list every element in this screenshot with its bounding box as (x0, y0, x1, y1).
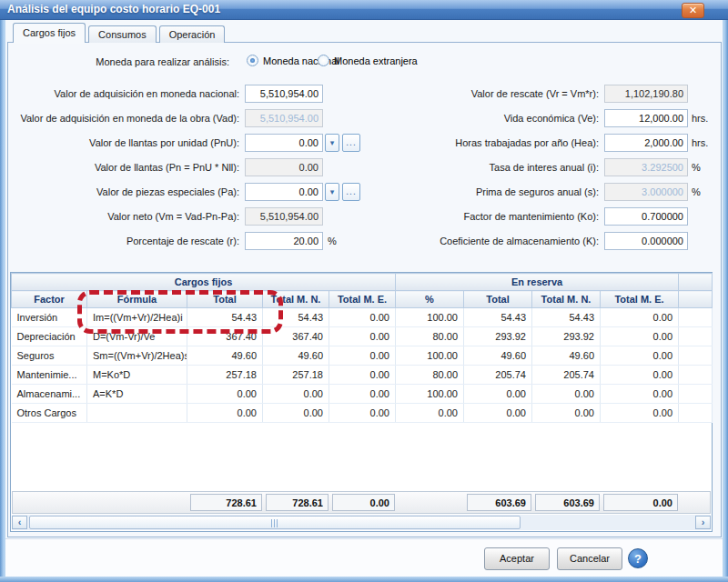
scroll-right-icon[interactable]: › (695, 516, 711, 529)
currency-label: Moneda para realizar análisis: (96, 56, 229, 67)
dialog-window: Análisis del equipo costo horario EQ-001… (0, 0, 728, 582)
col-header-total-me[interactable]: Total M. E. (329, 291, 396, 308)
col-header-total-mn[interactable]: Total M. N. (263, 291, 329, 308)
tab-operacion[interactable]: Operación (159, 25, 226, 43)
accept-button[interactable]: Aceptar (484, 547, 550, 570)
window-title: Análisis del equipo costo horario EQ-001 (7, 3, 220, 15)
hea-input[interactable] (604, 134, 688, 152)
field-label: Valor de adquisición en moneda nacional: (15, 88, 245, 99)
table-row[interactable]: Mantenimie...M=Ko*D 257.18257.18 0.0080.… (12, 366, 713, 385)
chevron-down-icon: ▾ (330, 187, 335, 196)
radio-moneda-extranjera-label: Moneda extranjera (334, 55, 418, 66)
field-label: Porcentaje de rescate (r): (15, 236, 245, 246)
tab-strip: Cargos fijos Consumos Operación (13, 24, 228, 43)
scrollbar-track[interactable] (27, 516, 695, 529)
table-row[interactable]: DepreciaciónD=(Vm-Vr)/Ve 367.40367.40 0.… (12, 327, 713, 346)
vad-input (245, 109, 323, 127)
reserve-total-me-sum: 0.00 (603, 494, 678, 511)
radio-off-icon (318, 55, 329, 66)
table-row[interactable]: SegurosSm=((Vm+Vr)/2Hea)s 49.6049.60 0.0… (12, 346, 713, 366)
col-header-pct[interactable]: % (396, 291, 464, 308)
total-sum: 728.61 (190, 494, 262, 511)
percent-suffix: % (688, 162, 713, 173)
prima-seguros-input (604, 183, 688, 201)
k-input[interactable] (604, 232, 688, 250)
form-right-column: Valor de rescate (Vr = Vm*r): Vida econó… (365, 81, 713, 253)
cargos-fijos-panel: Moneda para realizar análisis: Moneda na… (7, 42, 722, 537)
field-label: Factor de mantenimiento (Ko): (365, 211, 604, 222)
charges-grid: Cargos fijos En reserva Factor Fórmula T… (10, 272, 713, 532)
col-header-total[interactable]: Total (187, 291, 263, 308)
pn-input (245, 158, 323, 176)
field-label: Tasa de interes anual (i): (365, 162, 604, 173)
window-border-bottom (0, 577, 728, 582)
table-row[interactable]: InversiónIm=((Vm+Vr)/2Hea)i 54.4354.43 0… (12, 308, 713, 327)
field-label: Valor neto (Vm = Vad-Pn-Pa): (15, 211, 245, 222)
radio-on-icon (247, 55, 258, 66)
grip-icon (271, 519, 279, 527)
group-header-en-reserva: En reserva (396, 274, 679, 291)
table-row[interactable]: Almacenami...A=K*D 0.000.00 0.00100.00 0… (12, 385, 713, 404)
reserve-total-sum: 603.69 (467, 494, 531, 511)
pnu-input[interactable] (245, 134, 323, 152)
col-header-formula[interactable]: Fórmula (87, 291, 187, 308)
col-header-factor[interactable]: Factor (12, 291, 87, 308)
hrs-suffix: hrs. (688, 137, 713, 148)
field-label: Vida económica (Ve): (365, 113, 604, 124)
field-label: Horas trabajadas por año (Hea): (365, 137, 604, 148)
group-header-empty (679, 274, 713, 291)
vm-input (245, 207, 323, 226)
rescate-pct-input[interactable] (245, 232, 323, 250)
pa-browse-button[interactable]: ... (342, 183, 360, 201)
help-icon[interactable]: ? (628, 548, 648, 568)
ko-input[interactable] (604, 207, 688, 226)
hrs-suffix: hrs. (688, 113, 713, 124)
reserve-total-mn-sum: 603.69 (535, 494, 600, 511)
bottom-bar: Aceptar Cancelar ? (5, 538, 723, 577)
scrollbar-thumb[interactable] (29, 516, 521, 529)
col-header-res-total-me[interactable]: Total M. E. (601, 291, 679, 308)
pa-dropdown-button[interactable]: ▾ (325, 183, 339, 201)
col-header-res-total-mn[interactable]: Total M. N. (532, 291, 601, 308)
pnu-dropdown-button[interactable]: ▾ (325, 134, 339, 152)
chevron-down-icon: ▾ (330, 138, 335, 147)
tasa-interes-input (604, 158, 688, 176)
currency-row: Moneda para realizar análisis: Moneda na… (8, 54, 721, 72)
field-label: Prima de seguros anual (s): (365, 186, 604, 197)
col-header-res-total[interactable]: Total (464, 291, 532, 308)
titlebar[interactable]: Análisis del equipo costo horario EQ-001… (0, 0, 728, 20)
field-label: Valor de adquisición en moneda de la obr… (15, 113, 245, 124)
ve-input[interactable] (604, 109, 688, 127)
total-mn-sum: 728.61 (266, 494, 329, 511)
horizontal-scrollbar[interactable]: ‹ › (12, 515, 711, 530)
tab-consumos[interactable]: Consumos (88, 25, 157, 43)
pa-input[interactable] (245, 183, 323, 201)
tab-cargos-fijos[interactable]: Cargos fijos (13, 23, 86, 43)
field-label: Coeficiente de almacenamiento (K): (365, 236, 604, 246)
group-header-cargos-fijos: Cargos fijos (12, 274, 396, 291)
percent-suffix: % (323, 236, 361, 246)
field-label: Valor de llantas (Pn = PnU * Nll): (15, 162, 245, 173)
field-label: Valor de rescate (Vr = Vm*r): (365, 88, 604, 99)
valor-adquisicion-mn-input[interactable] (245, 85, 323, 103)
close-icon[interactable]: ✕ (682, 3, 704, 18)
totals-row: 728.61 728.61 0.00 603.69 603.69 0.00 (12, 491, 711, 514)
cancel-button[interactable]: Cancelar (557, 547, 622, 570)
field-label: Valor de piezas especiales (Pa): (15, 186, 245, 197)
pnu-browse-button[interactable]: ... (342, 134, 360, 152)
grid-group-header-row: Cargos fijos En reserva (12, 274, 713, 291)
total-me-sum: 0.00 (332, 494, 395, 511)
col-header-empty (679, 291, 713, 308)
window-border-left (0, 20, 5, 582)
scroll-left-icon[interactable]: ‹ (12, 516, 27, 529)
field-label: Valor de llantas por unidad (PnU): (15, 137, 245, 148)
form-left-column: Valor de adquisición en moneda nacional:… (15, 81, 361, 253)
grid-column-header-row: Factor Fórmula Total Total M. N. Total M… (12, 291, 713, 308)
radio-moneda-extranjera[interactable]: Moneda extranjera (318, 55, 418, 66)
table-row[interactable]: Otros Cargos 0.000.00 0.000.00 0.000.00 … (12, 404, 713, 423)
vr-input (604, 85, 688, 103)
window-border-right (723, 20, 728, 582)
percent-suffix: % (688, 186, 713, 197)
